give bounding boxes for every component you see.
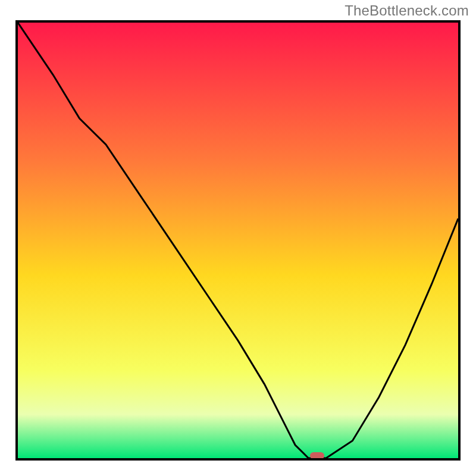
curve-layer (18, 23, 458, 458)
bottleneck-curve-path (18, 23, 458, 458)
chart-container: TheBottleneck.com (0, 0, 476, 476)
watermark-text: TheBottleneck.com (345, 2, 469, 19)
plot-frame (15, 20, 461, 461)
optimal-marker (310, 452, 324, 459)
